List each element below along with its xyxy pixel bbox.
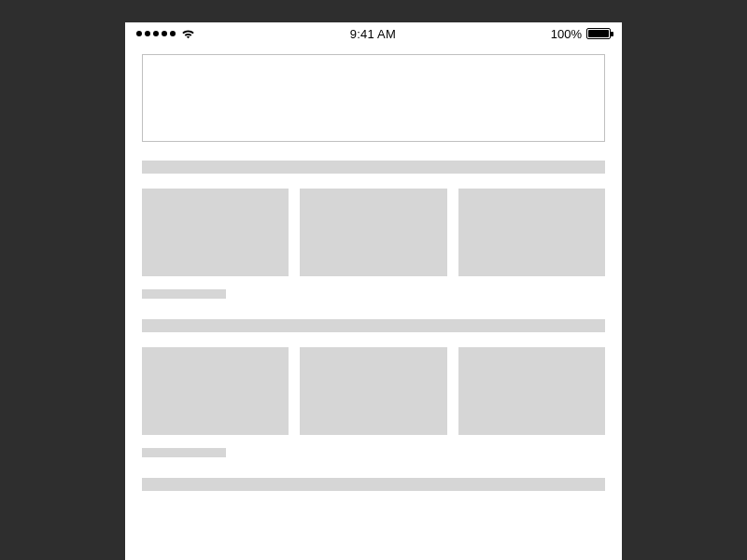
- battery-percent: 100%: [551, 27, 582, 41]
- status-bar-time: 9:41 AM: [350, 27, 396, 41]
- signal-strength-icon: [136, 31, 176, 36]
- battery-icon: [586, 28, 611, 39]
- card-row: [142, 189, 605, 276]
- content-area: [125, 45, 622, 491]
- card-placeholder[interactable]: [142, 347, 289, 435]
- status-bar-left: [136, 29, 195, 39]
- section-header-placeholder: [142, 319, 605, 332]
- wifi-icon: [181, 29, 195, 39]
- card-placeholder[interactable]: [458, 189, 605, 276]
- status-bar: 9:41 AM 100%: [125, 22, 622, 45]
- card-placeholder[interactable]: [458, 347, 605, 435]
- section-header-placeholder: [142, 478, 605, 491]
- hero-placeholder[interactable]: [142, 54, 605, 142]
- section-header-placeholder: [142, 161, 605, 174]
- card-placeholder[interactable]: [300, 347, 446, 435]
- caption-placeholder: [142, 448, 226, 457]
- card-placeholder[interactable]: [300, 189, 446, 276]
- caption-placeholder: [142, 289, 226, 299]
- card-row: [142, 347, 605, 435]
- phone-screen: 9:41 AM 100%: [125, 22, 622, 560]
- card-placeholder[interactable]: [142, 189, 289, 276]
- status-bar-right: 100%: [551, 27, 611, 41]
